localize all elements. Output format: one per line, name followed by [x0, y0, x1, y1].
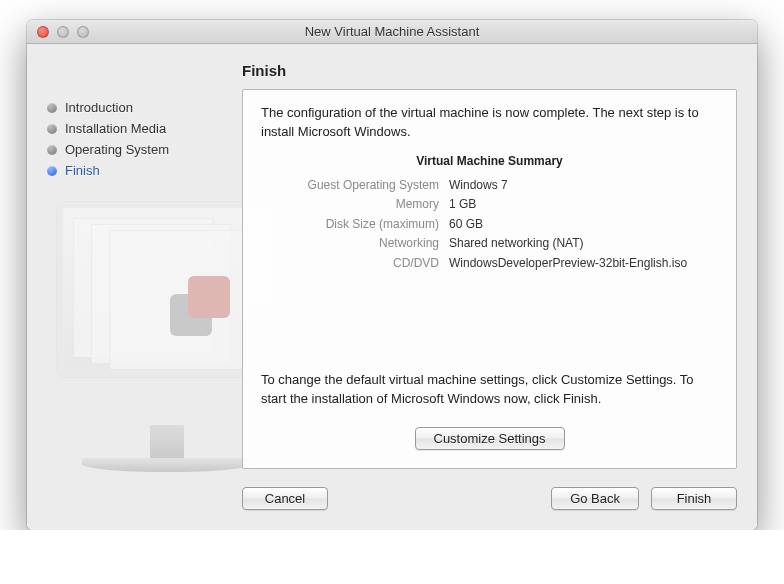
summary-key: CD/DVD: [261, 254, 449, 273]
step-label: Installation Media: [65, 121, 166, 136]
main-panel: Finish The configuration of the virtual …: [242, 62, 737, 469]
summary-row-disk-size: Disk Size (maximum) 60 GB: [261, 215, 718, 234]
summary-key: Disk Size (maximum): [261, 215, 449, 234]
go-back-button[interactable]: Go Back: [551, 487, 639, 510]
footer-buttons: Cancel Go Back Finish: [47, 487, 737, 510]
step-label: Finish: [65, 163, 100, 178]
summary-panel: The configuration of the virtual machine…: [242, 89, 737, 469]
step-finish: Finish: [47, 163, 242, 178]
summary-value: Windows 7: [449, 176, 718, 195]
summary-heading: Virtual Machine Summary: [261, 154, 718, 168]
step-installation-media: Installation Media: [47, 121, 242, 136]
bullet-icon: [47, 124, 57, 134]
traffic-lights: [37, 26, 89, 38]
bullet-icon: [47, 166, 57, 176]
customize-settings-button[interactable]: Customize Settings: [415, 427, 565, 450]
summary-key: Guest Operating System: [261, 176, 449, 195]
summary-value: WindowsDeveloperPreview-32bit-English.is…: [449, 254, 718, 273]
outro-text: To change the default virtual machine se…: [261, 371, 718, 409]
step-operating-system: Operating System: [47, 142, 242, 157]
titlebar: New Virtual Machine Assistant: [27, 20, 757, 44]
minimize-icon: [57, 26, 69, 38]
bullet-icon: [47, 145, 57, 155]
vm-logo-icon: [170, 276, 230, 336]
zoom-icon: [77, 26, 89, 38]
bullet-icon: [47, 103, 57, 113]
summary-value: 1 GB: [449, 195, 718, 214]
summary-value: 60 GB: [449, 215, 718, 234]
assistant-window: New Virtual Machine Assistant Introducti…: [27, 20, 757, 530]
summary-key: Memory: [261, 195, 449, 214]
summary-key: Networking: [261, 234, 449, 253]
intro-text: The configuration of the virtual machine…: [261, 104, 718, 142]
close-icon[interactable]: [37, 26, 49, 38]
page-title: Finish: [242, 62, 737, 79]
summary-row-memory: Memory 1 GB: [261, 195, 718, 214]
step-label: Operating System: [65, 142, 169, 157]
summary-row-networking: Networking Shared networking (NAT): [261, 234, 718, 253]
summary-row-guest-os: Guest Operating System Windows 7: [261, 176, 718, 195]
summary-row-cd-dvd: CD/DVD WindowsDeveloperPreview-32bit-Eng…: [261, 254, 718, 273]
step-introduction: Introduction: [47, 100, 242, 115]
summary-value: Shared networking (NAT): [449, 234, 718, 253]
window-title: New Virtual Machine Assistant: [305, 24, 480, 39]
finish-button[interactable]: Finish: [651, 487, 737, 510]
content-area: Introduction Installation Media Operatin…: [27, 44, 757, 530]
cancel-button[interactable]: Cancel: [242, 487, 328, 510]
step-sidebar: Introduction Installation Media Operatin…: [47, 62, 242, 469]
step-label: Introduction: [65, 100, 133, 115]
